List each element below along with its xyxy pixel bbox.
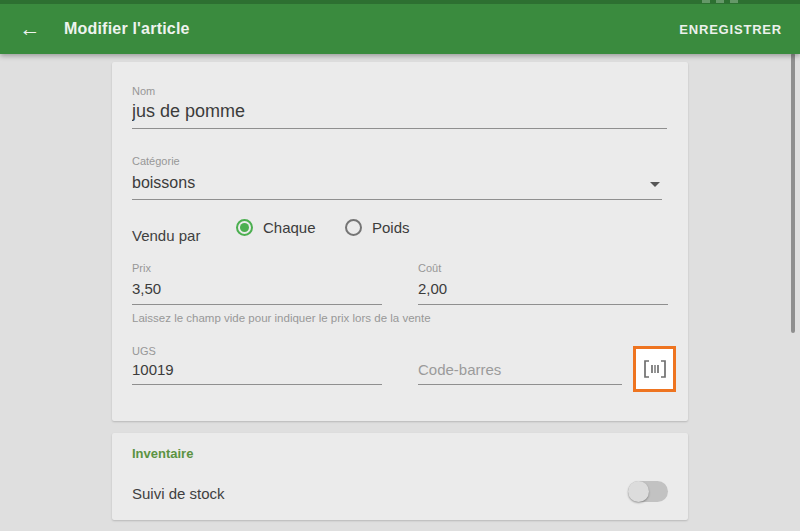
radio-unselected-icon <box>345 219 362 236</box>
price-helper-text: Laissez le champ vide pour indiquer le p… <box>132 312 431 324</box>
sku-input[interactable] <box>132 358 382 385</box>
radio-option-chaque[interactable]: Chaque <box>236 219 316 236</box>
barcode-scan-button[interactable] <box>633 346 676 392</box>
track-stock-label: Suivi de stock <box>132 485 225 502</box>
status-icons <box>702 0 792 4</box>
arrow-left-icon: ← <box>20 17 41 40</box>
barcode-icon <box>643 359 667 379</box>
radio-selected-icon <box>236 219 253 236</box>
sku-field-label: UGS <box>132 345 156 357</box>
category-selected-value: boissons <box>132 174 195 192</box>
save-button[interactable]: ENREGISTRER <box>679 22 782 37</box>
barcode-input[interactable] <box>418 358 622 385</box>
status-bar <box>0 0 800 4</box>
inventory-card: Inventaire Suivi de stock <box>112 433 688 520</box>
inventory-section-title: Inventaire <box>132 446 193 461</box>
edit-item-screen: ← Modifier l'article ENREGISTRER Nom Cat… <box>0 0 800 531</box>
sold-by-label: Vendu par <box>132 227 200 244</box>
app-bar: ← Modifier l'article ENREGISTRER <box>0 4 800 54</box>
track-stock-toggle[interactable] <box>628 481 668 502</box>
price-input[interactable] <box>132 276 382 305</box>
cost-input[interactable] <box>418 276 668 305</box>
name-field-label: Nom <box>132 85 155 97</box>
cost-field-label: Coût <box>418 262 441 274</box>
category-field-label: Catégorie <box>132 155 180 167</box>
chevron-down-icon <box>650 182 660 187</box>
scrollbar-thumb[interactable] <box>791 53 795 333</box>
radio-option-label: Chaque <box>263 219 316 236</box>
back-button[interactable]: ← <box>10 9 50 49</box>
radio-option-poids[interactable]: Poids <box>345 219 410 236</box>
page-title: Modifier l'article <box>64 20 190 38</box>
toggle-knob <box>628 481 649 502</box>
name-input[interactable] <box>132 98 667 129</box>
price-field-label: Prix <box>132 262 151 274</box>
category-select[interactable]: boissons <box>132 168 662 200</box>
item-details-card: Nom Catégorie boissons Vendu par Chaque … <box>112 62 688 421</box>
radio-option-label: Poids <box>372 219 410 236</box>
